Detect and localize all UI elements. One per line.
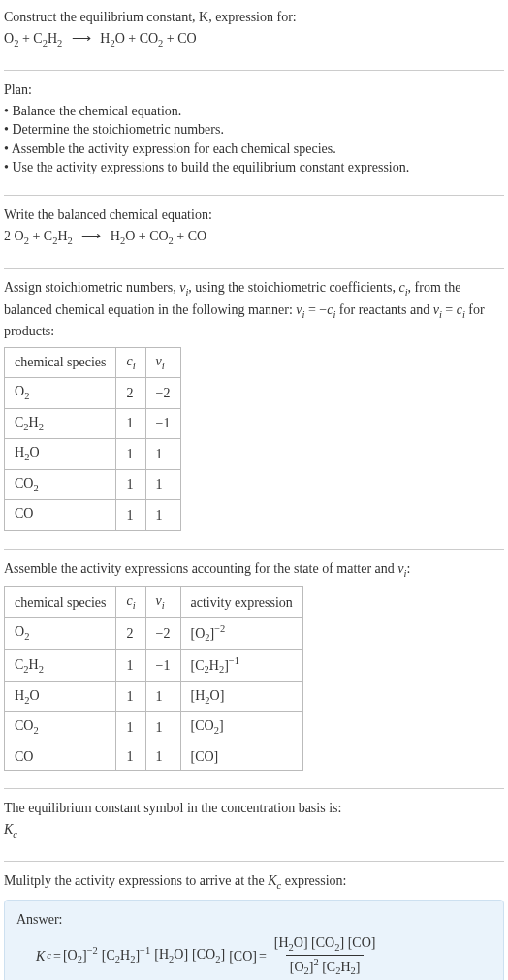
denominator: [O2]2 [C2H2] bbox=[286, 955, 365, 979]
fraction: [H2O] [CO2] [CO] [O2]2 [C2H2] bbox=[270, 933, 380, 980]
col-species: chemical species bbox=[5, 587, 116, 617]
plan-item: Balance the chemical equation. bbox=[4, 102, 504, 121]
assign-text: Assign stoichiometric numbers, νi, using… bbox=[4, 278, 504, 341]
col-nui: νi bbox=[145, 587, 180, 617]
table-row: H2O11[H2O] bbox=[5, 681, 303, 711]
divider bbox=[4, 788, 504, 789]
assign-section: Assign stoichiometric numbers, νi, using… bbox=[4, 278, 504, 538]
table-row: C2H21−1 bbox=[5, 408, 181, 438]
plan-section: Plan: Balance the chemical equation. Det… bbox=[4, 80, 504, 185]
kc-symbol: Kc bbox=[4, 820, 504, 841]
stoich-table: chemical species ci νi O22−2 C2H21−1 H2O… bbox=[4, 347, 181, 531]
divider bbox=[4, 195, 504, 196]
plan-heading: Plan: bbox=[4, 80, 504, 100]
col-ci: ci bbox=[116, 347, 145, 377]
intro-section: Construct the equilibrium constant, K, e… bbox=[4, 8, 504, 60]
table-row: CO211[CO2] bbox=[5, 712, 303, 743]
arrow-icon: ⟶ bbox=[81, 229, 101, 243]
col-species: chemical species bbox=[5, 347, 116, 377]
answer-box: Answer: Kc = [O2]−2 [C2H2]−1 [H2O] [CO2]… bbox=[4, 900, 504, 980]
table-row: C2H21−1[C2H2]−1 bbox=[5, 649, 303, 681]
multiply-text: Mulitply the activity expressions to arr… bbox=[4, 871, 504, 893]
intro-line1: Construct the equilibrium constant, K, e… bbox=[4, 10, 297, 24]
col-nui: νi bbox=[145, 347, 180, 377]
table-row: CO11 bbox=[5, 500, 181, 530]
basis-section: The equilibrium constant symbol in the c… bbox=[4, 799, 504, 851]
kc-expression: Kc = [O2]−2 [C2H2]−1 [H2O] [CO2] [CO] = … bbox=[36, 933, 492, 980]
col-activity: activity expression bbox=[180, 587, 302, 617]
table-row: O22−2[O2]−2 bbox=[5, 617, 303, 649]
balanced-heading: Write the balanced chemical equation: bbox=[4, 205, 504, 225]
plan-item: Assemble the activity expression for eac… bbox=[4, 140, 504, 159]
table-row: H2O11 bbox=[5, 439, 181, 469]
divider bbox=[4, 268, 504, 269]
multiply-section: Mulitply the activity expressions to arr… bbox=[4, 871, 504, 980]
assemble-section: Assemble the activity expressions accoun… bbox=[4, 559, 504, 779]
balanced-section: Write the balanced chemical equation: 2 … bbox=[4, 205, 504, 258]
divider bbox=[4, 549, 504, 550]
table-row: CO211 bbox=[5, 469, 181, 499]
unbalanced-equation: O2 + C2H2 ⟶ H2O + CO2 + CO bbox=[4, 29, 504, 50]
plan-item: Determine the stoichiometric numbers. bbox=[4, 120, 504, 140]
col-ci: ci bbox=[116, 587, 145, 617]
table-row: O22−2 bbox=[5, 378, 181, 408]
divider bbox=[4, 70, 504, 71]
table-row: CO11[CO] bbox=[5, 743, 303, 771]
plan-list: Balance the chemical equation. Determine… bbox=[4, 102, 504, 177]
balanced-equation: 2 O2 + C2H2 ⟶ H2O + CO2 + CO bbox=[4, 227, 504, 248]
answer-label: Answer: bbox=[16, 910, 492, 930]
activity-table: chemical species ci νi activity expressi… bbox=[4, 586, 303, 771]
intro-text: Construct the equilibrium constant, K, e… bbox=[4, 8, 504, 27]
numerator: [H2O] [CO2] [CO] bbox=[270, 933, 380, 955]
plan-item: Use the activity expressions to build th… bbox=[4, 158, 504, 177]
assemble-text: Assemble the activity expressions accoun… bbox=[4, 559, 504, 581]
basis-text: The equilibrium constant symbol in the c… bbox=[4, 799, 504, 818]
table-header-row: chemical species ci νi activity expressi… bbox=[5, 587, 303, 617]
divider bbox=[4, 861, 504, 862]
arrow-icon: ⟶ bbox=[72, 31, 91, 46]
table-header-row: chemical species ci νi bbox=[5, 347, 181, 377]
